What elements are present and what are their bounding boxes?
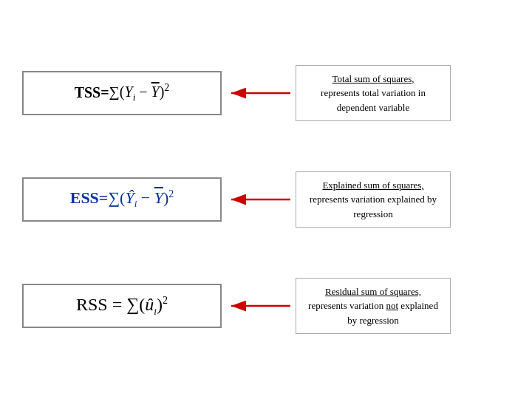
ess-title: Explained sum of squares, xyxy=(322,180,423,191)
ess-formula-box: ESS=∑(Ŷi − Y)2 xyxy=(22,177,222,222)
tss-formula: TSS=∑(Yi − Y)2 xyxy=(75,83,170,104)
main-container: TSS=∑(Yi − Y)2 Total sum of squares, rep… xyxy=(0,0,532,399)
ess-formula: ESS=∑(Ŷi − Y)2 xyxy=(70,188,174,211)
rss-title: Residual sum of squares, xyxy=(325,286,421,297)
tss-title: Total sum of squares, xyxy=(332,73,414,84)
tss-body: represents total variation in dependent … xyxy=(321,87,426,113)
rss-arrow-area xyxy=(222,297,296,315)
tss-formula-box: TSS=∑(Yi − Y)2 xyxy=(22,71,222,115)
rss-row: RSS = ∑(ûi)2 Residual sum of squares, re… xyxy=(22,278,510,335)
rss-arrow-icon xyxy=(225,297,292,315)
ess-arrow-area xyxy=(222,191,296,208)
ess-row: ESS=∑(Ŷi − Y)2 Explained sum of squares,… xyxy=(22,171,510,228)
ess-body: represents variation explained by regres… xyxy=(310,194,437,219)
tss-arrow-icon xyxy=(225,84,292,102)
rss-formula: RSS = ∑(ûi)2 xyxy=(76,295,168,318)
ess-description: Explained sum of squares, represents var… xyxy=(296,171,451,228)
ess-arrow-icon xyxy=(225,191,292,208)
tss-arrow-area xyxy=(222,84,296,102)
tss-description: Total sum of squares, represents total v… xyxy=(296,65,451,122)
rss-body-pre: represents variation xyxy=(308,300,386,311)
rss-description: Residual sum of squares, represents vari… xyxy=(296,278,451,335)
rss-formula-box: RSS = ∑(ûi)2 xyxy=(22,284,222,328)
tss-row: TSS=∑(Yi − Y)2 Total sum of squares, rep… xyxy=(22,65,510,122)
rss-body-underline: not xyxy=(386,300,398,311)
